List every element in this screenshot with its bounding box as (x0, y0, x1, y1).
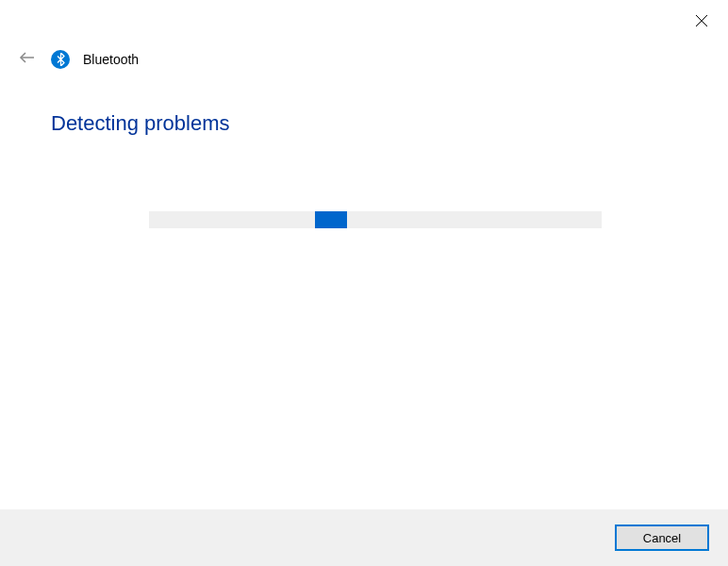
bluetooth-icon (51, 50, 70, 69)
progress-indicator (315, 211, 347, 228)
close-icon (695, 14, 708, 31)
header-row: Bluetooth (17, 49, 139, 70)
progress-bar (149, 211, 602, 228)
main-heading: Detecting problems (51, 111, 230, 136)
footer-bar: Cancel (0, 509, 728, 566)
back-button[interactable] (17, 49, 38, 70)
close-button[interactable] (690, 11, 713, 34)
back-arrow-icon (19, 49, 36, 70)
cancel-button[interactable]: Cancel (615, 524, 709, 551)
page-title: Bluetooth (83, 52, 139, 67)
